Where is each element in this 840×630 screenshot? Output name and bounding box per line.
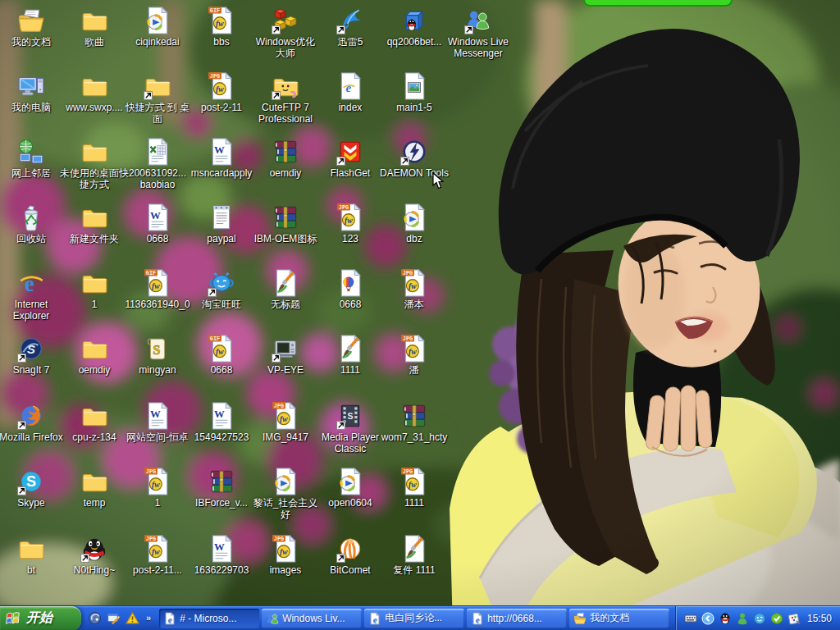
- iedoc-icon: e: [163, 612, 176, 625]
- desktop-icon[interactable]: 我的电脑: [0, 72, 66, 113]
- desktop-icon[interactable]: 淘宝旺旺: [187, 269, 256, 310]
- desktop-icon[interactable]: Windows优化大师: [251, 7, 320, 59]
- folder-icon: [80, 335, 108, 363]
- desktop-icon[interactable]: 歌曲: [60, 7, 129, 48]
- desktop-icon[interactable]: Windows Live Messenger: [444, 7, 513, 59]
- desktop-icon[interactable]: BitComet: [316, 535, 385, 576]
- desktop-icon[interactable]: 复件 1111: [380, 535, 449, 576]
- desktop-icon[interactable]: 黎话_社会主义好: [251, 468, 320, 520]
- msn-buddy-icon[interactable]: [736, 612, 749, 625]
- collapse-chevron-icon[interactable]: [701, 612, 714, 625]
- desktop-icon[interactable]: fwJPG 1111: [380, 468, 449, 509]
- desktop-icon[interactable]: CuteFTP 7 Professional: [251, 72, 320, 125]
- warning-triangle-icon[interactable]: [126, 611, 139, 625]
- desktop-icon[interactable]: S SnagIt 7: [0, 335, 66, 376]
- desktop-icon[interactable]: W 1636229703: [187, 535, 256, 576]
- desktop-icon[interactable]: 无标题: [251, 269, 320, 310]
- desktop-icon[interactable]: IBM-OEM图标: [251, 203, 320, 244]
- svg-text:e: e: [476, 614, 480, 623]
- desktop-icon[interactable]: fwJPG images: [251, 535, 320, 576]
- desktop-icon[interactable]: 1: [60, 269, 129, 310]
- messenger-bubble-icon[interactable]: [88, 611, 102, 625]
- svg-text:W: W: [150, 210, 161, 221]
- excel-icon: [144, 138, 171, 166]
- desktop-icon[interactable]: 1111: [316, 335, 385, 376]
- desktop-icon[interactable]: temp: [60, 468, 129, 509]
- desktop-icon[interactable]: paypal: [187, 203, 256, 244]
- desktop-icon[interactable]: fwJPG IMG_9417: [251, 402, 320, 443]
- recycle-icon: [17, 203, 45, 231]
- status-check-icon[interactable]: [770, 612, 783, 625]
- desktop-icon[interactable]: 新建文件夹: [60, 203, 129, 244]
- desktop-icon[interactable]: W 网站空间-恒卓: [123, 402, 192, 443]
- desktop-icon[interactable]: S Skype: [0, 468, 66, 509]
- desktop-icon[interactable]: e Internet Explorer: [0, 269, 66, 322]
- clock[interactable]: 15:50: [807, 613, 832, 624]
- desktop-icon[interactable]: fwGIF bbs: [187, 7, 256, 48]
- desktop-icon[interactable]: fwJPG 潘本: [380, 269, 449, 310]
- desktop-icon[interactable]: e index: [316, 72, 385, 113]
- desktop-icon[interactable]: S mingyan: [123, 335, 192, 376]
- taskbar-window-button[interactable]: e 电白同乡论...: [364, 609, 464, 628]
- desktop-icon[interactable]: main1-5: [380, 72, 449, 113]
- desktop-icon[interactable]: 网上邻居: [0, 138, 66, 179]
- desktop-icon[interactable]: www.swxp....: [60, 72, 129, 113]
- qq-icon[interactable]: [719, 612, 732, 625]
- desktop-icon[interactable]: 0668: [316, 269, 385, 310]
- svg-text:S: S: [27, 343, 35, 356]
- desktop-icon[interactable]: oemdiy: [60, 335, 129, 376]
- taskbar-window-button[interactable]: Windows Liv...: [262, 609, 362, 628]
- wangwang-icon[interactable]: [753, 612, 766, 625]
- taskbar-window-button[interactable]: e http://0668...: [467, 609, 567, 628]
- desktop[interactable]: 我的文档 我的电脑 网上邻居 回收站 e Internet Explorer S…: [0, 0, 840, 605]
- desktop-icon-label: 快捷方式 到 桌面: [123, 102, 192, 125]
- desktop-icon-label: Media Player Classic: [316, 431, 385, 454]
- start-button-label: 开始: [26, 609, 52, 627]
- desktop-icon[interactable]: FlashGet: [316, 138, 385, 179]
- desktop-icon[interactable]: wom7_31_hcty: [380, 402, 449, 443]
- screen: 我的文档 我的电脑 网上邻居 回收站 e Internet Explorer S…: [0, 0, 840, 630]
- fw-icon: fwGIF: [208, 7, 235, 34]
- desktop-icon[interactable]: fwJPG 123: [316, 203, 385, 244]
- desktop-icon[interactable]: dbz: [380, 203, 449, 244]
- desktop-icon[interactable]: fwJPG 潘: [380, 335, 449, 376]
- desktop-icon[interactable]: cpu-z-134: [60, 402, 129, 443]
- desktop-icon[interactable]: W 1549427523: [187, 402, 256, 443]
- desktop-icon[interactable]: oemdiy: [251, 138, 320, 179]
- wmpdoc-icon: [336, 468, 364, 495]
- desktop-icon[interactable]: IBForce_v...: [187, 468, 256, 509]
- desktop-icon[interactable]: fwJPG post-2-11: [187, 72, 256, 113]
- desktop-icon[interactable]: Mozilla Firefox: [0, 402, 66, 443]
- desktop-icon[interactable]: fwGIF 1136361940_0: [123, 269, 192, 310]
- ime-pen-icon[interactable]: [788, 612, 801, 625]
- desktop-icon[interactable]: fwJPG post-2-11...: [123, 535, 192, 576]
- desktop-icon[interactable]: W 0668: [123, 203, 192, 244]
- taskbar-window-button[interactable]: 我的文档: [569, 609, 669, 628]
- taskbar-window-button[interactable]: e # - Microso...: [159, 609, 259, 628]
- word-icon: W: [144, 402, 171, 430]
- keyboard-icon[interactable]: [684, 612, 697, 625]
- desktop-icon[interactable]: 200631092... baobiao: [123, 138, 192, 190]
- desktop-icon[interactable]: 回收站: [0, 203, 66, 244]
- desktop-icon[interactable]: 迅雷5: [316, 7, 385, 48]
- desktop-icon[interactable]: S Media Player Classic: [316, 402, 385, 454]
- desktop-icon[interactable]: W msncardapply: [187, 138, 256, 179]
- desktop-icon[interactable]: N0tHing~: [60, 535, 129, 576]
- desktop-icon[interactable]: fwGIF 0668: [187, 335, 256, 376]
- desktop-icon[interactable]: ciqinkedai: [123, 7, 192, 48]
- desktop-icon[interactable]: open0604: [316, 468, 385, 509]
- desktop-icon-label: 0668: [123, 233, 192, 244]
- desktop-icon[interactable]: VP-EYE: [251, 335, 320, 376]
- desktop-icon[interactable]: fwJPG 1: [123, 468, 192, 509]
- desktop-icon[interactable]: bt: [0, 535, 66, 576]
- start-button[interactable]: 开始: [0, 606, 81, 630]
- desktop-icon[interactable]: 我的文档: [0, 7, 66, 48]
- desktop-icon-label: 迅雷5: [316, 36, 385, 48]
- desktop-icon[interactable]: qq2006bet...: [380, 7, 449, 48]
- svg-text:fw: fw: [152, 480, 160, 489]
- svg-text:fw: fw: [216, 19, 224, 28]
- show-desktop-icon[interactable]: [107, 611, 121, 625]
- quick-launch-overflow-chevron[interactable]: »: [144, 613, 151, 623]
- desktop-icon[interactable]: 未使用的桌面快捷方式: [60, 138, 129, 190]
- desktop-icon[interactable]: 快捷方式 到 桌面: [123, 72, 192, 125]
